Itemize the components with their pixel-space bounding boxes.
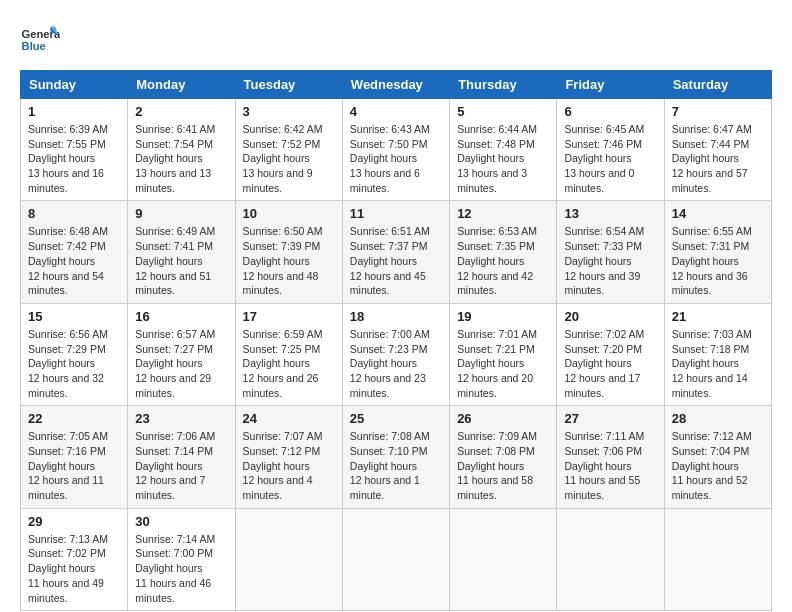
day-number: 12 xyxy=(457,206,549,221)
page-header: General Blue xyxy=(20,20,772,60)
calendar-cell: 3 Sunrise: 6:42 AMSunset: 7:52 PMDayligh… xyxy=(235,99,342,201)
day-number: 15 xyxy=(28,309,120,324)
day-number: 7 xyxy=(672,104,764,119)
day-info: Sunrise: 7:01 AMSunset: 7:21 PMDaylight … xyxy=(457,327,549,400)
calendar-cell: 9 Sunrise: 6:49 AMSunset: 7:41 PMDayligh… xyxy=(128,201,235,303)
day-info: Sunrise: 6:57 AMSunset: 7:27 PMDaylight … xyxy=(135,327,227,400)
day-info: Sunrise: 6:47 AMSunset: 7:44 PMDaylight … xyxy=(672,122,764,195)
calendar-cell: 27 Sunrise: 7:11 AMSunset: 7:06 PMDaylig… xyxy=(557,406,664,508)
logo-icon: General Blue xyxy=(20,20,60,60)
day-number: 2 xyxy=(135,104,227,119)
calendar-week-3: 15 Sunrise: 6:56 AMSunset: 7:29 PMDaylig… xyxy=(21,303,772,405)
calendar-cell xyxy=(450,508,557,610)
day-info: Sunrise: 6:50 AMSunset: 7:39 PMDaylight … xyxy=(243,224,335,297)
calendar-cell: 20 Sunrise: 7:02 AMSunset: 7:20 PMDaylig… xyxy=(557,303,664,405)
day-number: 6 xyxy=(564,104,656,119)
day-info: Sunrise: 6:49 AMSunset: 7:41 PMDaylight … xyxy=(135,224,227,297)
calendar-cell: 4 Sunrise: 6:43 AMSunset: 7:50 PMDayligh… xyxy=(342,99,449,201)
calendar-week-5: 29 Sunrise: 7:13 AMSunset: 7:02 PMDaylig… xyxy=(21,508,772,610)
day-number: 26 xyxy=(457,411,549,426)
day-info: Sunrise: 6:42 AMSunset: 7:52 PMDaylight … xyxy=(243,122,335,195)
day-number: 11 xyxy=(350,206,442,221)
day-info: Sunrise: 7:02 AMSunset: 7:20 PMDaylight … xyxy=(564,327,656,400)
calendar-cell: 23 Sunrise: 7:06 AMSunset: 7:14 PMDaylig… xyxy=(128,406,235,508)
calendar-cell: 14 Sunrise: 6:55 AMSunset: 7:31 PMDaylig… xyxy=(664,201,771,303)
calendar-cell: 1 Sunrise: 6:39 AMSunset: 7:55 PMDayligh… xyxy=(21,99,128,201)
day-info: Sunrise: 6:56 AMSunset: 7:29 PMDaylight … xyxy=(28,327,120,400)
day-number: 14 xyxy=(672,206,764,221)
day-number: 5 xyxy=(457,104,549,119)
weekday-header-thursday: Thursday xyxy=(450,71,557,99)
day-number: 18 xyxy=(350,309,442,324)
weekday-header-wednesday: Wednesday xyxy=(342,71,449,99)
day-number: 29 xyxy=(28,514,120,529)
day-info: Sunrise: 6:51 AMSunset: 7:37 PMDaylight … xyxy=(350,224,442,297)
day-number: 16 xyxy=(135,309,227,324)
day-number: 4 xyxy=(350,104,442,119)
day-number: 10 xyxy=(243,206,335,221)
logo: General Blue xyxy=(20,20,60,60)
day-info: Sunrise: 7:00 AMSunset: 7:23 PMDaylight … xyxy=(350,327,442,400)
day-info: Sunrise: 6:45 AMSunset: 7:46 PMDaylight … xyxy=(564,122,656,195)
calendar-body: 1 Sunrise: 6:39 AMSunset: 7:55 PMDayligh… xyxy=(21,99,772,611)
day-info: Sunrise: 6:59 AMSunset: 7:25 PMDaylight … xyxy=(243,327,335,400)
calendar-cell: 6 Sunrise: 6:45 AMSunset: 7:46 PMDayligh… xyxy=(557,99,664,201)
calendar-cell: 5 Sunrise: 6:44 AMSunset: 7:48 PMDayligh… xyxy=(450,99,557,201)
day-number: 28 xyxy=(672,411,764,426)
day-number: 30 xyxy=(135,514,227,529)
calendar-cell: 12 Sunrise: 6:53 AMSunset: 7:35 PMDaylig… xyxy=(450,201,557,303)
day-info: Sunrise: 7:03 AMSunset: 7:18 PMDaylight … xyxy=(672,327,764,400)
weekday-header-monday: Monday xyxy=(128,71,235,99)
day-info: Sunrise: 7:08 AMSunset: 7:10 PMDaylight … xyxy=(350,429,442,502)
weekday-header-friday: Friday xyxy=(557,71,664,99)
day-number: 19 xyxy=(457,309,549,324)
calendar-cell xyxy=(664,508,771,610)
calendar-cell: 30 Sunrise: 7:14 AMSunset: 7:00 PMDaylig… xyxy=(128,508,235,610)
day-info: Sunrise: 6:55 AMSunset: 7:31 PMDaylight … xyxy=(672,224,764,297)
day-info: Sunrise: 6:41 AMSunset: 7:54 PMDaylight … xyxy=(135,122,227,195)
calendar-cell: 22 Sunrise: 7:05 AMSunset: 7:16 PMDaylig… xyxy=(21,406,128,508)
weekday-header-tuesday: Tuesday xyxy=(235,71,342,99)
day-info: Sunrise: 7:12 AMSunset: 7:04 PMDaylight … xyxy=(672,429,764,502)
calendar-cell: 7 Sunrise: 6:47 AMSunset: 7:44 PMDayligh… xyxy=(664,99,771,201)
day-number: 25 xyxy=(350,411,442,426)
calendar-cell: 13 Sunrise: 6:54 AMSunset: 7:33 PMDaylig… xyxy=(557,201,664,303)
calendar-cell: 26 Sunrise: 7:09 AMSunset: 7:08 PMDaylig… xyxy=(450,406,557,508)
calendar-cell: 15 Sunrise: 6:56 AMSunset: 7:29 PMDaylig… xyxy=(21,303,128,405)
day-number: 23 xyxy=(135,411,227,426)
calendar-cell: 2 Sunrise: 6:41 AMSunset: 7:54 PMDayligh… xyxy=(128,99,235,201)
day-info: Sunrise: 6:39 AMSunset: 7:55 PMDaylight … xyxy=(28,122,120,195)
calendar-cell: 8 Sunrise: 6:48 AMSunset: 7:42 PMDayligh… xyxy=(21,201,128,303)
calendar-week-2: 8 Sunrise: 6:48 AMSunset: 7:42 PMDayligh… xyxy=(21,201,772,303)
day-number: 24 xyxy=(243,411,335,426)
day-info: Sunrise: 7:09 AMSunset: 7:08 PMDaylight … xyxy=(457,429,549,502)
weekday-header-saturday: Saturday xyxy=(664,71,771,99)
calendar-cell: 25 Sunrise: 7:08 AMSunset: 7:10 PMDaylig… xyxy=(342,406,449,508)
calendar-cell: 16 Sunrise: 6:57 AMSunset: 7:27 PMDaylig… xyxy=(128,303,235,405)
day-info: Sunrise: 6:43 AMSunset: 7:50 PMDaylight … xyxy=(350,122,442,195)
weekday-header-sunday: Sunday xyxy=(21,71,128,99)
weekday-header-row: SundayMondayTuesdayWednesdayThursdayFrid… xyxy=(21,71,772,99)
day-number: 1 xyxy=(28,104,120,119)
calendar-week-4: 22 Sunrise: 7:05 AMSunset: 7:16 PMDaylig… xyxy=(21,406,772,508)
calendar-cell: 17 Sunrise: 6:59 AMSunset: 7:25 PMDaylig… xyxy=(235,303,342,405)
day-number: 17 xyxy=(243,309,335,324)
day-number: 27 xyxy=(564,411,656,426)
day-info: Sunrise: 7:07 AMSunset: 7:12 PMDaylight … xyxy=(243,429,335,502)
day-number: 22 xyxy=(28,411,120,426)
day-info: Sunrise: 7:05 AMSunset: 7:16 PMDaylight … xyxy=(28,429,120,502)
calendar-cell: 11 Sunrise: 6:51 AMSunset: 7:37 PMDaylig… xyxy=(342,201,449,303)
day-info: Sunrise: 6:54 AMSunset: 7:33 PMDaylight … xyxy=(564,224,656,297)
calendar-table: SundayMondayTuesdayWednesdayThursdayFrid… xyxy=(20,70,772,611)
day-number: 13 xyxy=(564,206,656,221)
day-info: Sunrise: 7:14 AMSunset: 7:00 PMDaylight … xyxy=(135,532,227,605)
day-number: 21 xyxy=(672,309,764,324)
day-info: Sunrise: 6:44 AMSunset: 7:48 PMDaylight … xyxy=(457,122,549,195)
day-info: Sunrise: 7:13 AMSunset: 7:02 PMDaylight … xyxy=(28,532,120,605)
calendar-cell: 28 Sunrise: 7:12 AMSunset: 7:04 PMDaylig… xyxy=(664,406,771,508)
calendar-cell: 24 Sunrise: 7:07 AMSunset: 7:12 PMDaylig… xyxy=(235,406,342,508)
calendar-cell: 18 Sunrise: 7:00 AMSunset: 7:23 PMDaylig… xyxy=(342,303,449,405)
day-number: 8 xyxy=(28,206,120,221)
day-info: Sunrise: 6:48 AMSunset: 7:42 PMDaylight … xyxy=(28,224,120,297)
day-info: Sunrise: 7:06 AMSunset: 7:14 PMDaylight … xyxy=(135,429,227,502)
